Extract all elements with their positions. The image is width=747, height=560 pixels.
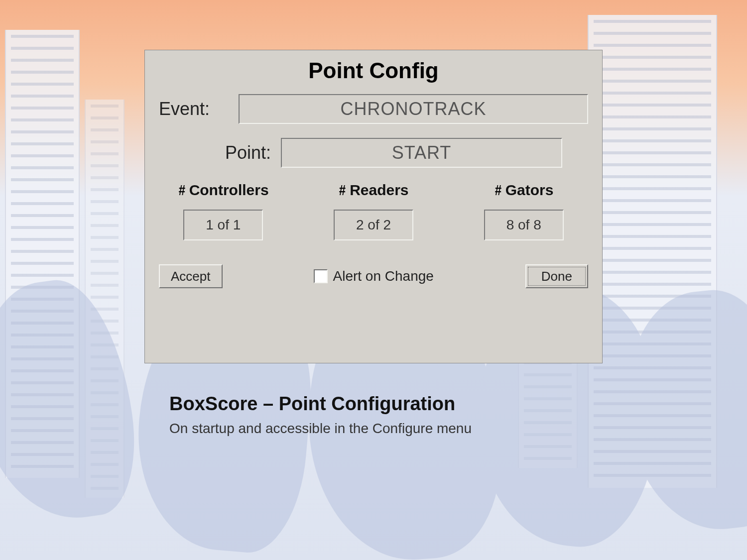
accept-button[interactable]: Accept (159, 264, 223, 288)
point-row: Point: START (159, 138, 588, 168)
point-input[interactable]: START (281, 138, 562, 168)
gators-value[interactable]: 8 of 8 (484, 210, 564, 240)
counts-row: # Controllers 1 of 1 # Readers 2 of 2 # … (159, 182, 588, 240)
gators-header-text: Gators (505, 182, 554, 199)
hash-icon: # (179, 182, 185, 199)
alert-on-change-option[interactable]: Alert on Change (314, 268, 433, 284)
readers-header: # Readers (338, 182, 408, 199)
readers-value[interactable]: 2 of 2 (334, 210, 413, 240)
point-label: Point: (159, 142, 281, 163)
readers-header-text: Readers (350, 182, 408, 199)
gators-column: # Gators 8 of 8 (459, 182, 588, 240)
event-label: Event: (159, 99, 239, 119)
dialog-title: Point Config (159, 58, 588, 83)
done-button[interactable]: Done (525, 264, 588, 288)
controllers-value[interactable]: 1 of 1 (183, 210, 263, 240)
point-config-dialog: Point Config Event: CHRONOTRACK Point: S… (144, 50, 603, 363)
hash-icon: # (495, 182, 501, 199)
dialog-bottom-row: Accept Alert on Change Done (159, 264, 588, 288)
hash-icon: # (339, 182, 346, 199)
caption-heading: BoxScore – Point Configuration (169, 393, 618, 415)
caption-sub: On startup and accessible in the Configu… (169, 421, 618, 437)
alert-checkbox[interactable] (314, 269, 328, 283)
controllers-column: # Controllers 1 of 1 (159, 182, 288, 240)
controllers-header: # Controllers (178, 182, 269, 199)
alert-label: Alert on Change (333, 268, 433, 284)
readers-column: # Readers 2 of 2 (309, 182, 438, 240)
controllers-header-text: Controllers (189, 182, 269, 199)
slide-caption: BoxScore – Point Configuration On startu… (169, 393, 618, 437)
event-row: Event: CHRONOTRACK (159, 94, 588, 124)
gators-header: # Gators (494, 182, 553, 199)
event-input[interactable]: CHRONOTRACK (239, 94, 588, 124)
